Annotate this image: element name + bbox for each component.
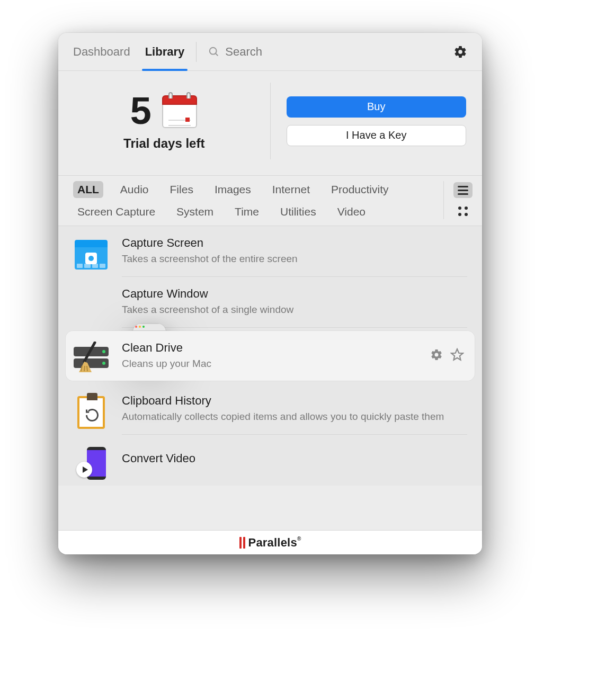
- list-item[interactable]: Capture Screen Takes a screenshot of the…: [58, 226, 482, 277]
- svg-line-4: [84, 366, 85, 371]
- grid-icon: [458, 207, 468, 216]
- item-settings-button[interactable]: [430, 348, 443, 361]
- trial-status: 5 Trial days left: [74, 83, 271, 159]
- list-item[interactable]: Clean Drive Cleans up your Mac: [66, 331, 475, 381]
- buy-button[interactable]: Buy: [287, 96, 467, 118]
- calendar-icon: [161, 92, 198, 129]
- search-input[interactable]: [225, 45, 453, 59]
- list-item[interactable]: Clipboard History Automatically collects…: [58, 384, 482, 435]
- item-description: Takes a screenshot of a single window: [122, 303, 467, 317]
- app-window: Dashboard Library 5: [58, 33, 482, 554]
- have-key-button[interactable]: I Have a Key: [287, 125, 467, 146]
- filter-screen-capture[interactable]: Screen Capture: [73, 203, 159, 220]
- trial-days-label: Trial days left: [123, 136, 204, 151]
- filter-productivity[interactable]: Productivity: [327, 181, 393, 198]
- clipboard-history-icon: [73, 394, 109, 430]
- trial-days-count: 5: [130, 92, 152, 130]
- filter-internet[interactable]: Internet: [268, 181, 314, 198]
- main-tabs: Dashboard Library: [73, 33, 184, 70]
- search-field[interactable]: [208, 45, 453, 59]
- capture-screen-icon: [73, 237, 109, 273]
- grid-view-button[interactable]: [453, 203, 473, 219]
- list-item[interactable]: Convert Video: [58, 435, 482, 486]
- svg-line-5: [87, 366, 87, 371]
- item-description: Cleans up your Mac: [122, 357, 417, 371]
- filter-files[interactable]: Files: [166, 181, 198, 198]
- tab-library[interactable]: Library: [145, 33, 185, 70]
- convert-video-icon: [73, 445, 109, 481]
- settings-button[interactable]: [453, 45, 467, 59]
- filter-all[interactable]: ALL: [73, 181, 103, 198]
- category-filters: ALL Audio Files Images Internet Producti…: [73, 181, 443, 220]
- svg-line-1: [216, 53, 218, 56]
- item-description: Takes a screenshot of the entire screen: [122, 252, 467, 266]
- brand-label: Parallels®: [248, 536, 301, 550]
- tab-dashboard[interactable]: Dashboard: [73, 33, 130, 70]
- list-icon: [458, 186, 468, 195]
- svg-point-0: [210, 47, 217, 54]
- list-item[interactable]: Capture Window Takes a screenshot of a s…: [58, 277, 482, 328]
- trial-banner: 5 Trial days left Buy I Have a Key: [58, 71, 482, 176]
- footer: Parallels®: [58, 530, 482, 554]
- item-favorite-button[interactable]: [450, 348, 464, 362]
- parallels-logo-icon: [239, 537, 245, 549]
- search-icon: [208, 46, 220, 58]
- item-title: Convert Video: [122, 452, 467, 465]
- filter-images[interactable]: Images: [210, 181, 255, 198]
- list-view-button[interactable]: [453, 182, 473, 198]
- filter-audio[interactable]: Audio: [116, 181, 153, 198]
- item-actions: [430, 348, 464, 362]
- filter-utilities[interactable]: Utilities: [276, 203, 320, 220]
- category-filter-bar: ALL Audio Files Images Internet Producti…: [58, 176, 482, 226]
- trial-actions: Buy I Have a Key: [271, 83, 467, 159]
- item-title: Capture Window: [122, 287, 467, 301]
- filter-video[interactable]: Video: [333, 203, 370, 220]
- divider: [196, 42, 197, 62]
- capture-window-icon: [73, 288, 109, 324]
- tool-list: Capture Screen Takes a screenshot of the…: [58, 226, 482, 486]
- clean-drive-icon: [73, 340, 109, 376]
- view-toggle: [443, 181, 473, 219]
- filter-time[interactable]: Time: [230, 203, 263, 220]
- item-title: Clipboard History: [122, 394, 467, 408]
- item-title: Capture Screen: [122, 236, 467, 250]
- svg-line-2: [84, 343, 95, 362]
- item-title: Clean Drive: [122, 341, 417, 355]
- item-description: Automatically collects copied items and …: [122, 410, 467, 424]
- svg-marker-6: [451, 349, 463, 360]
- top-bar: Dashboard Library: [58, 33, 482, 71]
- filter-system[interactable]: System: [172, 203, 218, 220]
